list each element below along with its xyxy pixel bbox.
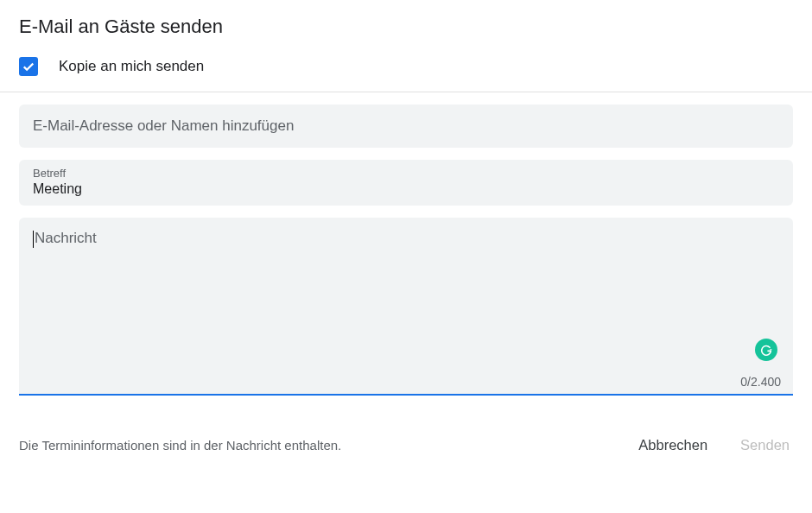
- char-limit: 2.400: [751, 375, 781, 389]
- char-counter: 0/2.400: [740, 375, 781, 389]
- message-field[interactable]: Nachricht 0/2.400: [19, 218, 793, 396]
- subject-label: Betreff: [33, 167, 779, 180]
- message-placeholder-text: Nachricht: [35, 230, 97, 246]
- copy-to-self-checkbox[interactable]: [19, 57, 38, 76]
- footer-actions: Abbrechen Senden: [635, 432, 793, 459]
- cancel-button[interactable]: Abbrechen: [635, 432, 711, 459]
- recipients-field[interactable]: E-Mail-Adresse oder Namen hinzufügen: [19, 104, 793, 148]
- char-count: 0: [740, 375, 747, 389]
- check-icon: [21, 59, 36, 74]
- text-caret: [33, 231, 34, 248]
- send-button[interactable]: Senden: [737, 432, 793, 459]
- message-placeholder: Nachricht: [33, 230, 779, 248]
- subject-field[interactable]: Betreff Meeting: [19, 160, 793, 206]
- form-area: E-Mail-Adresse oder Namen hinzufügen Bet…: [0, 92, 812, 396]
- copy-to-self-row: Kopie an mich senden: [0, 50, 812, 92]
- email-guests-dialog: E-Mail an Gäste senden Kopie an mich sen…: [0, 0, 812, 459]
- subject-value: Meeting: [33, 181, 779, 197]
- grammarly-icon[interactable]: [755, 339, 777, 361]
- dialog-footer: Die Termininformationen sind in der Nach…: [0, 396, 812, 459]
- dialog-header: E-Mail an Gäste senden: [0, 0, 812, 50]
- dialog-title: E-Mail an Gäste senden: [19, 16, 793, 38]
- footer-note: Die Termininformationen sind in der Nach…: [19, 438, 341, 453]
- copy-to-self-label: Kopie an mich senden: [59, 58, 204, 75]
- recipients-placeholder: E-Mail-Adresse oder Namen hinzufügen: [33, 117, 294, 135]
